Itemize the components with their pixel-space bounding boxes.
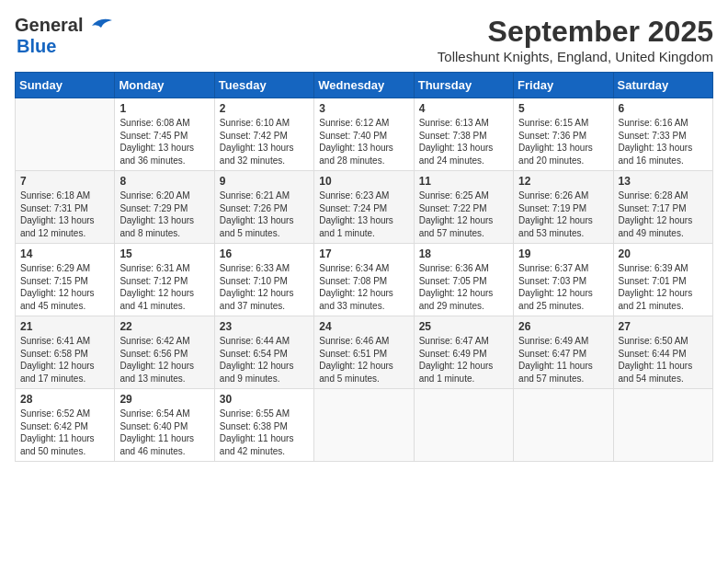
cell-text: Sunrise: 6:28 AM xyxy=(619,190,708,202)
cell-text: Sunset: 6:40 PM xyxy=(119,420,209,433)
cell-text: Sunrise: 6:36 AM xyxy=(419,262,508,275)
cell-text: Daylight: 12 hours and 1 minute. xyxy=(419,360,508,385)
calendar-cell: 30Sunrise: 6:55 AMSunset: 6:38 PMDayligh… xyxy=(214,389,313,462)
day-number: 11 xyxy=(419,175,508,188)
cell-text: Sunset: 7:26 PM xyxy=(220,202,309,215)
month-title: September 2025 xyxy=(438,15,713,49)
cell-text: Daylight: 13 hours and 1 minute. xyxy=(319,214,408,239)
day-number: 27 xyxy=(619,320,708,333)
calendar-cell: 14Sunrise: 6:29 AMSunset: 7:15 PMDayligh… xyxy=(16,244,115,316)
col-header-saturday: Saturday xyxy=(613,73,712,98)
cell-text: Daylight: 12 hours and 41 minutes. xyxy=(119,287,209,312)
cell-text: Daylight: 13 hours and 32 minutes. xyxy=(220,142,309,167)
cell-text: Sunrise: 6:12 AM xyxy=(319,117,408,130)
col-header-tuesday: Tuesday xyxy=(214,73,313,98)
cell-text: Sunset: 7:22 PM xyxy=(419,202,508,215)
cell-text: Sunrise: 6:47 AM xyxy=(419,335,508,348)
cell-text: Daylight: 12 hours and 57 minutes. xyxy=(419,214,508,239)
cell-text: Sunset: 6:42 PM xyxy=(20,420,109,433)
calendar-cell: 18Sunrise: 6:36 AMSunset: 7:05 PMDayligh… xyxy=(414,244,513,316)
cell-text: Sunset: 6:47 PM xyxy=(518,348,608,361)
cell-text: Daylight: 12 hours and 49 minutes. xyxy=(619,214,708,239)
cell-text: Daylight: 13 hours and 20 minutes. xyxy=(518,142,608,167)
location: Tolleshunt Knights, England, United King… xyxy=(438,49,713,64)
cell-text: Daylight: 12 hours and 45 minutes. xyxy=(20,287,109,312)
calendar-cell: 26Sunrise: 6:49 AMSunset: 6:47 PMDayligh… xyxy=(514,316,613,389)
cell-text: Sunset: 7:45 PM xyxy=(119,130,209,143)
cell-text: Sunset: 7:42 PM xyxy=(220,130,309,143)
col-header-friday: Friday xyxy=(514,73,613,98)
day-number: 10 xyxy=(319,175,408,188)
cell-text: Sunrise: 6:10 AM xyxy=(220,117,309,130)
cell-text: Sunset: 7:36 PM xyxy=(518,130,608,143)
cell-text: Sunset: 7:12 PM xyxy=(119,275,209,288)
cell-text: Daylight: 11 hours and 57 minutes. xyxy=(518,360,608,385)
week-row-4: 21Sunrise: 6:41 AMSunset: 6:58 PMDayligh… xyxy=(16,316,713,389)
day-number: 26 xyxy=(518,320,608,333)
calendar-cell: 21Sunrise: 6:41 AMSunset: 6:58 PMDayligh… xyxy=(16,316,115,389)
cell-text: Sunrise: 6:21 AM xyxy=(220,190,309,202)
day-number: 16 xyxy=(220,247,309,260)
cell-text: Sunset: 7:40 PM xyxy=(319,130,408,143)
cell-text: Daylight: 12 hours and 13 minutes. xyxy=(119,360,209,385)
calendar-cell: 24Sunrise: 6:46 AMSunset: 6:51 PMDayligh… xyxy=(314,316,414,389)
cell-text: Sunrise: 6:46 AM xyxy=(319,335,408,348)
cell-text: Sunrise: 6:52 AM xyxy=(20,408,109,420)
calendar-cell: 4Sunrise: 6:13 AMSunset: 7:38 PMDaylight… xyxy=(414,98,513,171)
day-number: 21 xyxy=(20,320,109,333)
cell-text: Sunrise: 6:18 AM xyxy=(20,190,109,202)
cell-text: Sunset: 6:49 PM xyxy=(419,348,508,361)
day-number: 3 xyxy=(319,102,408,115)
logo-bird-icon xyxy=(85,17,114,35)
logo-general: General xyxy=(15,15,83,36)
calendar-cell: 6Sunrise: 6:16 AMSunset: 7:33 PMDaylight… xyxy=(613,98,712,171)
cell-text: Sunset: 6:56 PM xyxy=(119,348,209,361)
cell-text: Sunset: 7:33 PM xyxy=(619,130,708,143)
cell-text: Sunrise: 6:37 AM xyxy=(518,262,608,275)
cell-text: Daylight: 13 hours and 36 minutes. xyxy=(119,142,209,167)
cell-text: Daylight: 13 hours and 16 minutes. xyxy=(619,142,708,167)
cell-text: Sunset: 7:29 PM xyxy=(119,202,209,215)
cell-text: Daylight: 12 hours and 29 minutes. xyxy=(419,287,508,312)
day-number: 4 xyxy=(419,102,508,115)
day-number: 20 xyxy=(619,247,708,260)
cell-text: Sunset: 7:38 PM xyxy=(419,130,508,143)
cell-text: Daylight: 12 hours and 21 minutes. xyxy=(619,287,708,312)
calendar-cell: 22Sunrise: 6:42 AMSunset: 6:56 PMDayligh… xyxy=(115,316,214,389)
calendar-cell: 5Sunrise: 6:15 AMSunset: 7:36 PMDaylight… xyxy=(514,98,613,171)
cell-text: Sunset: 7:17 PM xyxy=(619,202,708,215)
calendar-cell: 28Sunrise: 6:52 AMSunset: 6:42 PMDayligh… xyxy=(16,389,115,462)
cell-text: Daylight: 12 hours and 53 minutes. xyxy=(518,214,608,239)
cell-text: Daylight: 12 hours and 37 minutes. xyxy=(220,287,309,312)
day-number: 24 xyxy=(319,320,408,333)
cell-text: Sunset: 6:38 PM xyxy=(220,420,309,433)
cell-text: Sunset: 7:01 PM xyxy=(619,275,708,288)
cell-text: Sunrise: 6:55 AM xyxy=(220,408,309,420)
cell-text: Sunset: 6:51 PM xyxy=(319,348,408,361)
header-row: SundayMondayTuesdayWednesdayThursdayFrid… xyxy=(16,73,713,98)
cell-text: Sunset: 6:54 PM xyxy=(220,348,309,361)
calendar-cell: 1Sunrise: 6:08 AMSunset: 7:45 PMDaylight… xyxy=(115,98,214,171)
cell-text: Daylight: 12 hours and 33 minutes. xyxy=(319,287,408,312)
week-row-5: 28Sunrise: 6:52 AMSunset: 6:42 PMDayligh… xyxy=(16,389,713,462)
cell-text: Sunset: 7:03 PM xyxy=(518,275,608,288)
day-number: 19 xyxy=(518,247,608,260)
cell-text: Sunrise: 6:26 AM xyxy=(518,190,608,202)
day-number: 25 xyxy=(419,320,508,333)
cell-text: Sunrise: 6:42 AM xyxy=(119,335,209,348)
cell-text: Sunrise: 6:29 AM xyxy=(20,262,109,275)
calendar-cell: 2Sunrise: 6:10 AMSunset: 7:42 PMDaylight… xyxy=(214,98,313,171)
cell-text: Sunset: 7:10 PM xyxy=(220,275,309,288)
day-number: 9 xyxy=(220,175,309,188)
cell-text: Daylight: 13 hours and 28 minutes. xyxy=(319,142,408,167)
cell-text: Daylight: 11 hours and 42 minutes. xyxy=(220,432,309,457)
day-number: 12 xyxy=(518,175,608,188)
calendar-cell: 10Sunrise: 6:23 AMSunset: 7:24 PMDayligh… xyxy=(314,171,414,244)
cell-text: Daylight: 13 hours and 5 minutes. xyxy=(220,214,309,239)
day-number: 22 xyxy=(119,320,209,333)
calendar-cell: 11Sunrise: 6:25 AMSunset: 7:22 PMDayligh… xyxy=(414,171,513,244)
calendar-table: SundayMondayTuesdayWednesdayThursdayFrid… xyxy=(15,72,713,462)
day-number: 8 xyxy=(119,175,209,188)
calendar-cell: 16Sunrise: 6:33 AMSunset: 7:10 PMDayligh… xyxy=(214,244,313,316)
cell-text: Sunset: 7:08 PM xyxy=(319,275,408,288)
